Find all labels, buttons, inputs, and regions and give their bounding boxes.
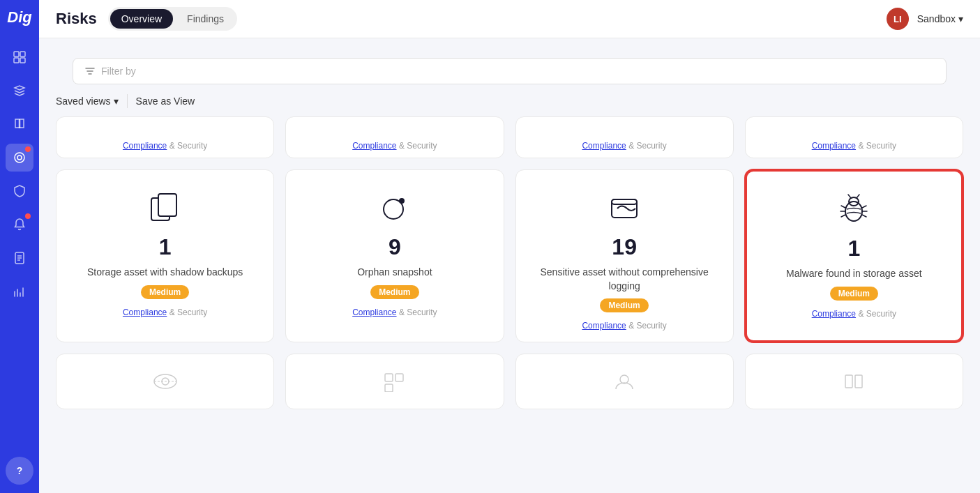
main-content: Risks Overview Findings LI Sandbox ▾ Fil… [39, 0, 980, 493]
card-count-3: 19 [612, 234, 637, 260]
sidebar: Dig [0, 0, 39, 493]
compliance-link[interactable]: Compliance [123, 141, 167, 151]
chevron-down-icon: ▾ [958, 13, 963, 24]
svg-rect-2 [14, 58, 19, 63]
sidebar-item-shield[interactable] [6, 177, 33, 205]
card-count-1: 1 [159, 234, 172, 260]
partial-footer-2: Compliance & Security [352, 141, 437, 151]
sidebar-item-grid[interactable] [6, 43, 33, 71]
tab-group: Overview Findings [108, 7, 237, 31]
sidebar-item-help[interactable]: ? [6, 457, 33, 485]
compliance-link-2[interactable]: Compliance [352, 308, 396, 317]
save-as-view-button[interactable]: Save as View [136, 96, 195, 107]
partial-top-row: Compliance & Security Compliance & Secur… [56, 116, 963, 158]
card-orphan-snapshot[interactable]: 9 Orphan snapshot Medium Compliance & Se… [285, 169, 504, 342]
partial-bottom-row [56, 354, 963, 409]
compliance-link-3[interactable]: Compliance [582, 321, 626, 331]
header-right: LI Sandbox ▾ [887, 8, 963, 30]
card-icon-logging [603, 187, 645, 229]
svg-rect-18 [395, 374, 403, 381]
sidebar-item-layers[interactable] [6, 77, 33, 105]
sidebar-item-book[interactable] [6, 110, 33, 138]
card-label-4: Malware found in storage asset [786, 267, 922, 281]
partial-bottom-4[interactable] [745, 354, 963, 409]
svg-point-13 [845, 202, 862, 221]
partial-card-3[interactable]: Compliance & Security [515, 116, 734, 158]
bell-badge [25, 213, 31, 219]
views-bar: Saved views ▾ Save as View [39, 90, 980, 116]
card-footer-3: Compliance & Security [582, 321, 666, 331]
main-cards-grid: 1 Storage asset with shadow backups Medi… [56, 169, 963, 342]
svg-rect-3 [20, 58, 25, 63]
partial-bottom-3[interactable] [515, 354, 734, 409]
svg-rect-1 [20, 52, 25, 56]
svg-rect-0 [14, 52, 19, 56]
compliance-link-4[interactable]: Compliance [812, 309, 856, 319]
tab-overview[interactable]: Overview [110, 9, 173, 29]
svg-rect-12 [612, 199, 637, 204]
tab-findings[interactable]: Findings [176, 9, 235, 29]
partial-footer-3: Compliance & Security [582, 141, 666, 151]
svg-point-4 [15, 153, 24, 162]
sidebar-item-risks[interactable] [6, 144, 33, 172]
env-label: Sandbox [917, 13, 956, 24]
sidebar-item-report[interactable] [6, 244, 33, 272]
env-selector[interactable]: Sandbox ▾ [917, 13, 963, 24]
sidebar-item-bell[interactable] [6, 211, 33, 238]
svg-rect-22 [855, 375, 862, 388]
svg-rect-21 [845, 375, 852, 388]
compliance-link-1[interactable]: Compliance [123, 308, 167, 317]
card-label-1: Storage asset with shadow backups [87, 266, 243, 280]
card-malware[interactable]: 1 Malware found in storage asset Medium … [745, 169, 963, 342]
partial-card-2[interactable]: Compliance & Security [285, 116, 504, 158]
card-icon-malware [833, 188, 875, 230]
card-footer-2: Compliance & Security [352, 308, 437, 317]
card-label-2: Orphan snapshot [357, 266, 432, 280]
app-logo: Dig [7, 8, 31, 26]
partial-card-1[interactable]: Compliance & Security [56, 116, 274, 158]
card-footer-4: Compliance & Security [812, 309, 896, 319]
user-avatar[interactable]: LI [887, 8, 909, 30]
risks-badge [25, 146, 31, 152]
sidebar-item-chart[interactable] [6, 278, 33, 305]
svg-rect-8 [158, 194, 176, 216]
saved-views-button[interactable]: Saved views ▾ [56, 96, 119, 107]
card-badge-3: Medium [600, 298, 648, 312]
partial-bottom-1[interactable] [56, 354, 274, 409]
partial-card-4[interactable]: Compliance & Security [745, 116, 963, 158]
card-logging[interactable]: 19 Sensitive asset without comprehensive… [515, 169, 734, 342]
filter-icon [84, 66, 96, 77]
card-icon-snapshot [374, 187, 416, 229]
header: Risks Overview Findings LI Sandbox ▾ [39, 0, 980, 38]
card-badge-4: Medium [830, 287, 878, 301]
chevron-down-icon: ▾ [114, 96, 119, 107]
partial-bottom-2[interactable] [285, 354, 504, 409]
card-footer-1: Compliance & Security [123, 308, 207, 317]
card-badge-1: Medium [141, 285, 189, 299]
page-title: Risks [56, 10, 97, 28]
saved-views-label: Saved views [56, 96, 111, 107]
svg-rect-19 [385, 384, 393, 392]
filter-placeholder: Filter by [101, 66, 136, 77]
partial-footer-1: Compliance & Security [123, 141, 207, 151]
compliance-link[interactable]: Compliance [812, 141, 856, 151]
card-label-3: Sensitive asset without comprehensive lo… [527, 266, 722, 293]
card-count-2: 9 [389, 234, 401, 260]
compliance-link[interactable]: Compliance [582, 141, 626, 151]
cards-container: Compliance & Security Compliance & Secur… [39, 116, 980, 493]
card-icon-copy [144, 187, 186, 229]
divider [127, 94, 128, 108]
svg-point-20 [620, 375, 628, 384]
svg-rect-17 [385, 374, 393, 381]
partial-footer-4: Compliance & Security [812, 141, 896, 151]
card-badge-2: Medium [370, 285, 419, 299]
card-count-4: 1 [847, 236, 860, 261]
svg-point-5 [17, 156, 22, 160]
filter-bar[interactable]: Filter by [73, 58, 947, 84]
svg-point-10 [399, 198, 405, 204]
card-shadow-backups[interactable]: 1 Storage asset with shadow backups Medi… [56, 169, 274, 342]
compliance-link[interactable]: Compliance [352, 141, 396, 151]
